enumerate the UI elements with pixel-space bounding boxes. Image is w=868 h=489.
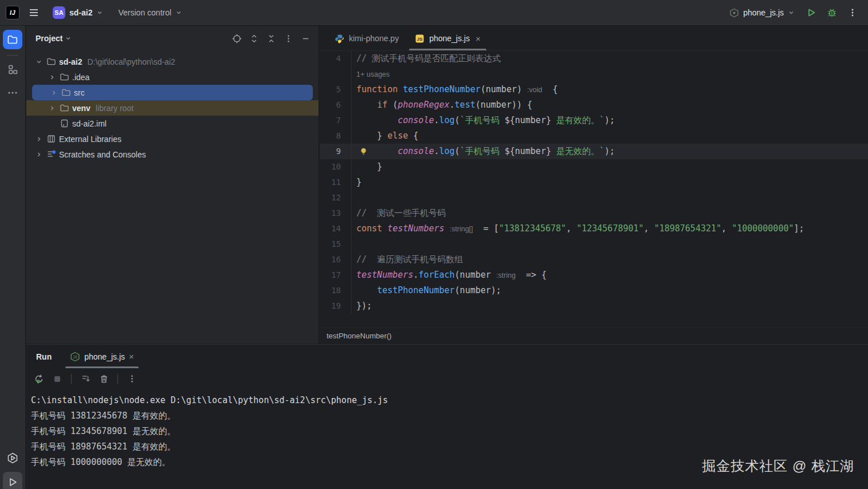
toolbar-divider <box>71 374 72 384</box>
tree-item-label: sd-ai2.iml <box>72 119 107 128</box>
tree-item-sd-ai2[interactable]: sd-ai2D:\git\local\python\sd-ai2 <box>26 54 319 69</box>
nodejs-icon <box>729 8 739 18</box>
project-panel-title[interactable]: Project <box>36 34 62 43</box>
run-panel-title: Run <box>36 345 52 368</box>
tree-item-scratches-and-consoles[interactable]: Scratches and Consoles <box>26 147 319 162</box>
project-avatar: SA <box>53 6 65 19</box>
scroll-to-end-icon <box>81 374 91 384</box>
tree-item-venv[interactable]: venvlibrary root <box>26 100 319 116</box>
scroll-to-end-button[interactable] <box>77 372 93 387</box>
chevron-down-icon <box>65 35 72 42</box>
chevron-down-icon <box>34 57 44 66</box>
expand-all-button[interactable] <box>246 31 261 46</box>
code-line-7[interactable]: 7 console.log(`手机号码 ${number} 是有效的。`); <box>320 113 868 128</box>
kebab-menu-icon <box>848 8 857 17</box>
clear-all-button[interactable] <box>96 372 112 387</box>
code-line-17[interactable]: 17testNumbers.forEach(number :string => … <box>320 267 868 283</box>
editor-tab-bar: kimi-phone.pyJSphone_js.js× <box>320 26 868 51</box>
code-line-5[interactable]: 5function testPhoneNumber(number) :void … <box>320 82 868 97</box>
intention-bulb-icon[interactable] <box>359 147 368 156</box>
line-number: 6 <box>320 97 352 113</box>
run-tab-phone-js[interactable]: JS phone_js.js × <box>64 345 140 368</box>
line-number: 11 <box>320 175 352 190</box>
code-line-9[interactable]: 9 console.log(`手机号码 ${number} 是无效的。`); <box>320 144 868 159</box>
code-line-16[interactable]: 16// 遍历测试手机号码数组 <box>320 252 868 267</box>
chevron-down-icon <box>175 9 182 16</box>
console-more-button[interactable] <box>124 372 140 387</box>
code-line-19[interactable]: 19}); <box>320 298 868 314</box>
collapse-all-button[interactable] <box>264 31 278 46</box>
tree-item-external-libraries[interactable]: External Libraries <box>26 131 319 147</box>
breadcrumb[interactable]: testPhoneNumber() <box>320 328 868 344</box>
locate-file-button[interactable] <box>229 31 244 46</box>
debug-button[interactable] <box>823 4 840 21</box>
line-content <box>352 190 868 206</box>
code-editor[interactable]: 4// 测试手机号码是否匹配正则表达式1+ usages5function te… <box>320 51 868 328</box>
services-tool-window-button[interactable] <box>3 448 22 468</box>
tree-item-label: sd-ai2 <box>59 57 82 66</box>
code-line-15[interactable]: 15 <box>320 236 868 252</box>
run-configuration-selector[interactable]: phone_js.js <box>725 6 799 20</box>
folder-icon <box>7 34 18 45</box>
code-line-14[interactable]: 14const testNumbers :string[] = ["138123… <box>320 221 868 236</box>
editor-tab-label: kimi-phone.py <box>349 34 399 43</box>
run-tool-window-button[interactable] <box>3 472 22 489</box>
project-tree: sd-ai2D:\git\local\python\sd-ai2.ideasrc… <box>26 50 319 162</box>
stop-button[interactable] <box>49 372 65 387</box>
rerun-button[interactable] <box>31 372 47 387</box>
tree-item-sd-ai2-iml[interactable]: sd-ai2.iml <box>26 116 319 131</box>
intellij-logo-text: IJ <box>10 9 15 16</box>
folder-icon <box>60 103 69 113</box>
code-inlay-line[interactable]: 1+ usages <box>320 66 868 82</box>
main-menu-button[interactable] <box>25 4 42 21</box>
kebab-menu-icon <box>284 34 293 43</box>
breadcrumb-item[interactable]: testPhoneNumber() <box>327 332 391 340</box>
close-icon[interactable]: × <box>129 352 134 361</box>
tree-item--idea[interactable]: .idea <box>26 69 319 85</box>
editor-tab-phone-js-js[interactable]: JSphone_js.js× <box>407 26 489 50</box>
indent-spacer <box>48 119 57 128</box>
line-content: // 遍历测试手机号码数组 <box>352 252 868 267</box>
line-content: testNumbers.forEach(number :string => { <box>352 267 868 283</box>
editor-tab-kimi-phone-py[interactable]: kimi-phone.py <box>327 26 407 50</box>
console-output-line: 手机号码 13812345678 是有效的。 <box>31 408 868 424</box>
chevron-down-icon <box>788 9 795 16</box>
panel-options-button[interactable] <box>281 31 296 46</box>
nodejs-icon: JS <box>70 352 80 362</box>
locate-icon <box>232 34 242 44</box>
left-tool-strip <box>0 26 26 489</box>
close-icon[interactable]: × <box>476 34 481 44</box>
project-widget[interactable]: SA sd-ai2 <box>48 4 108 21</box>
code-line-10[interactable]: 10 } <box>320 159 868 175</box>
kebab-menu-icon <box>128 374 136 383</box>
tree-item-label: Scratches and Consoles <box>59 150 146 159</box>
code-line-12[interactable]: 12 <box>320 190 868 206</box>
more-actions-button[interactable] <box>844 4 861 21</box>
structure-tool-window-button[interactable] <box>3 60 22 79</box>
run-button[interactable] <box>803 4 820 21</box>
line-number <box>320 66 352 82</box>
line-content <box>352 236 868 252</box>
code-line-13[interactable]: 13// 测试一些手机号码 <box>320 206 868 221</box>
code-line-6[interactable]: 6 if (phoneRegex.test(number)) { <box>320 97 868 113</box>
js-icon: JS <box>415 34 425 44</box>
more-tool-windows-button[interactable] <box>3 83 22 102</box>
run-tab-label: phone_js.js <box>84 352 125 361</box>
code-line-8[interactable]: 8 } else { <box>320 128 868 144</box>
vcs-widget[interactable]: Version control <box>113 6 187 19</box>
code-line-18[interactable]: 18 testPhoneNumber(number); <box>320 283 868 298</box>
chevron-right-icon <box>34 134 44 144</box>
code-line-11[interactable]: 11} <box>320 175 868 190</box>
line-content: 1+ usages <box>352 66 868 82</box>
line-number: 7 <box>320 113 352 128</box>
hide-panel-button[interactable] <box>298 31 313 46</box>
tree-item-src[interactable]: src <box>32 85 313 100</box>
project-panel: Project sd-ai2D:\git\local\python\sd-ai2… <box>26 26 319 344</box>
svg-text:JS: JS <box>73 354 77 358</box>
main-toolbar: IJ SA sd-ai2 Version control phone_js.js <box>0 0 868 26</box>
code-line-4[interactable]: 4// 测试手机号码是否匹配正则表达式 <box>320 51 868 66</box>
line-number: 16 <box>320 252 352 267</box>
project-tool-window-button[interactable] <box>3 30 22 49</box>
line-content: testPhoneNumber(number); <box>352 283 868 298</box>
folder-icon <box>46 57 56 66</box>
